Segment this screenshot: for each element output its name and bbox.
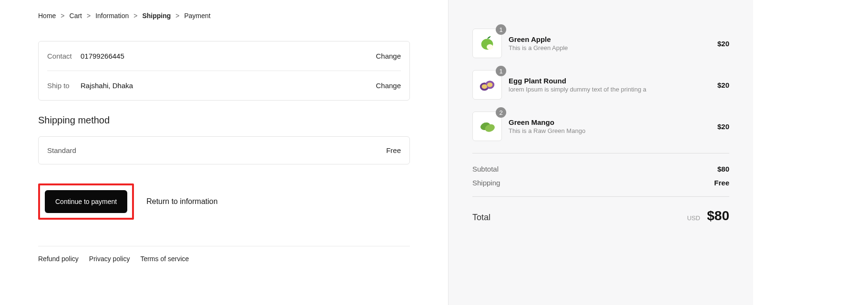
subtotal-row: Subtotal $80 <box>472 162 729 176</box>
contact-label: Contact <box>47 52 81 60</box>
summary-row-shipto: Ship to Rajshahi, Dhaka Change <box>47 71 401 100</box>
apple-icon <box>478 33 496 53</box>
breadcrumb-payment[interactable]: Payment <box>184 12 211 20</box>
return-to-information-link[interactable]: Return to information <box>146 197 217 206</box>
shipto-label: Ship to <box>47 81 81 90</box>
total-value: $80 <box>707 208 729 223</box>
breadcrumb-cart[interactable]: Cart <box>70 12 82 20</box>
breadcrumb-shipping: Shipping <box>142 12 171 20</box>
product-thumbnail: 2 <box>472 112 502 141</box>
privacy-policy-link[interactable]: Privacy policy <box>89 255 130 263</box>
product-thumbnail: 1 <box>472 29 502 58</box>
mango-icon <box>478 116 496 136</box>
breadcrumb: Home > Cart > Information > Shipping > P… <box>38 12 410 20</box>
breadcrumb-home[interactable]: Home <box>38 12 56 20</box>
shipping-method-title: Shipping method <box>38 115 410 126</box>
terms-of-service-link[interactable]: Terms of service <box>140 255 189 263</box>
cart-item: 2 Green Mango This is a Raw Green Mango … <box>472 112 729 141</box>
product-price: $20 <box>717 81 729 89</box>
svg-point-1 <box>487 44 493 50</box>
breadcrumb-sep: > <box>175 12 179 20</box>
product-price: $20 <box>717 122 729 131</box>
summary-row-contact: Contact 01799266445 Change <box>47 41 401 71</box>
footer-links: Refund policy Privacy policy Terms of se… <box>38 246 410 263</box>
shipping-method-option[interactable]: Standard Free <box>38 136 410 164</box>
highlight-box: Continue to payment <box>38 183 134 220</box>
shipping-label: Shipping <box>472 179 500 187</box>
quantity-badge: 2 <box>496 107 506 118</box>
breadcrumb-sep: > <box>133 12 137 20</box>
contact-value: 01799266445 <box>81 52 376 60</box>
product-thumbnail: 1 <box>472 70 502 100</box>
subtotal-value: $80 <box>717 165 729 173</box>
subtotal-label: Subtotal <box>472 165 499 173</box>
summary-box: Contact 01799266445 Change Ship to Rajsh… <box>38 41 410 101</box>
order-summary-panel: 1 Green Apple This is a Green Apple $20 … <box>448 0 753 305</box>
product-description: This is a Green Apple <box>509 44 711 51</box>
shipto-change-link[interactable]: Change <box>376 81 401 90</box>
quantity-badge: 1 <box>496 24 506 35</box>
method-name: Standard <box>47 146 76 154</box>
product-name: Green Mango <box>509 118 711 126</box>
product-description: This is a Raw Green Mango <box>509 127 711 134</box>
quantity-badge: 1 <box>496 66 506 76</box>
product-description: lorem Ipsum is simply dummy text of the … <box>509 86 711 93</box>
product-name: Green Apple <box>509 35 711 43</box>
breadcrumb-sep: > <box>87 12 91 20</box>
breadcrumb-sep: > <box>61 12 64 20</box>
actions-row: Continue to payment Return to informatio… <box>38 183 410 220</box>
shipping-row: Shipping Free <box>472 176 729 190</box>
currency-label: USD <box>687 214 700 222</box>
breadcrumb-information[interactable]: Information <box>95 12 129 20</box>
contact-change-link[interactable]: Change <box>376 52 401 60</box>
product-name: Egg Plant Round <box>509 77 711 85</box>
svg-point-4 <box>482 84 487 89</box>
grand-total-row: Total USD $80 <box>472 196 729 224</box>
total-label: Total <box>472 213 490 223</box>
product-price: $20 <box>717 40 729 48</box>
continue-to-payment-button[interactable]: Continue to payment <box>45 190 127 213</box>
cart-item: 1 Egg Plant Round lorem Ipsum is simply … <box>472 70 729 100</box>
totals-section: Subtotal $80 Shipping Free Total USD $80 <box>472 153 729 224</box>
shipping-value: Free <box>714 179 729 187</box>
eggplant-icon <box>478 75 496 95</box>
shipto-value: Rajshahi, Dhaka <box>81 81 376 90</box>
svg-point-5 <box>487 82 492 87</box>
refund-policy-link[interactable]: Refund policy <box>38 255 79 263</box>
method-price: Free <box>386 146 401 154</box>
cart-item: 1 Green Apple This is a Green Apple $20 <box>472 29 729 58</box>
